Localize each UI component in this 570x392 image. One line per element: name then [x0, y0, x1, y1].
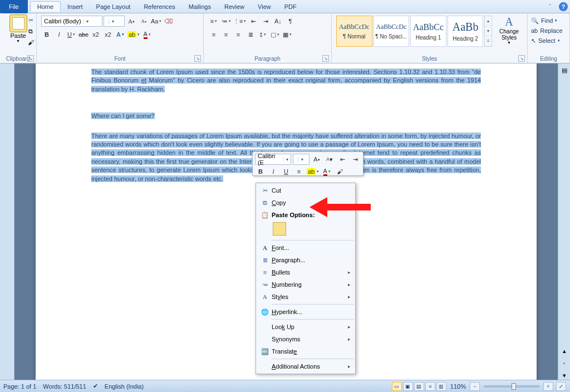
- styles-gallery-nav[interactable]: ▴▾≡: [484, 16, 492, 47]
- zoom-dialog-icon[interactable]: ⤢: [556, 382, 566, 391]
- multilevel-list-icon[interactable]: ⋮≡: [233, 16, 247, 27]
- mini-italic-button[interactable]: I: [268, 166, 279, 177]
- tab-mailings[interactable]: Mailings: [182, 2, 218, 12]
- font-family-combo[interactable]: Calibri (Body)▾: [41, 16, 102, 27]
- view-print-layout-icon[interactable]: ▭: [392, 382, 402, 391]
- shading-icon[interactable]: ▢: [269, 29, 281, 40]
- status-proof-icon[interactable]: ✔: [93, 383, 98, 390]
- mini-align-center-icon[interactable]: ≡: [293, 166, 304, 177]
- ctx-synonyms[interactable]: Synonyms: [256, 333, 355, 345]
- ruler-toggle-icon[interactable]: ▤: [560, 66, 569, 75]
- file-tab[interactable]: File: [0, 0, 28, 13]
- scroll-down-icon[interactable]: ▾: [560, 371, 569, 380]
- scroll-up-icon[interactable]: ▴: [560, 346, 569, 355]
- increase-indent-icon[interactable]: ⇥: [260, 16, 271, 27]
- view-draft-icon[interactable]: ▥: [436, 382, 446, 391]
- bold-button[interactable]: B: [41, 29, 52, 40]
- ctx-paragraph[interactable]: ≣Paragraph...: [256, 254, 355, 266]
- tab-insert[interactable]: Insert: [61, 2, 90, 12]
- zoom-out-button[interactable]: −: [470, 382, 480, 391]
- mini-grow-font-icon[interactable]: A▴: [311, 154, 322, 165]
- status-language[interactable]: English (India): [105, 383, 144, 390]
- browse-object-icon[interactable]: ◦: [560, 359, 569, 367]
- view-outline-icon[interactable]: ≡: [425, 382, 435, 391]
- select-button[interactable]: ↖Select▾: [531, 36, 566, 46]
- font-launcher[interactable]: ↘: [194, 55, 201, 62]
- paste-button[interactable]: Paste ▼: [9, 14, 27, 43]
- mini-shrink-font-icon[interactable]: A▾: [324, 154, 335, 165]
- format-painter-icon[interactable]: 🖌: [26, 38, 35, 47]
- paste-keep-source-icon[interactable]: [273, 222, 286, 236]
- style-no-spacing[interactable]: AaBbCcDc¶ No Spaci...: [374, 16, 410, 47]
- ctx-cut[interactable]: ✂Cut: [256, 184, 355, 197]
- align-center-icon[interactable]: ≡: [220, 29, 232, 40]
- shrink-font-icon[interactable]: A▾: [138, 16, 149, 27]
- tab-references[interactable]: References: [137, 2, 181, 12]
- ctx-numbering[interactable]: ≔Numbering: [256, 278, 355, 291]
- ctx-font[interactable]: AFont...: [256, 242, 355, 254]
- align-left-icon[interactable]: ≡: [208, 29, 219, 40]
- mini-underline-button[interactable]: U: [281, 166, 292, 177]
- ctx-translate[interactable]: 🔤Translate: [256, 345, 355, 357]
- paragraph-launcher[interactable]: ↘: [322, 55, 329, 62]
- change-styles-button[interactable]: A Change Styles ▼: [495, 16, 523, 45]
- sort-icon[interactable]: A↓: [272, 16, 283, 27]
- selected-text[interactable]: The standard chunk of Lorem Ipsum used s…: [91, 68, 481, 92]
- decrease-indent-icon[interactable]: ⇤: [248, 16, 259, 27]
- mini-font-color-icon[interactable]: A: [321, 166, 332, 177]
- tab-page-layout[interactable]: Page Layout: [90, 2, 137, 12]
- grow-font-icon[interactable]: A▴: [126, 16, 137, 27]
- tab-view[interactable]: View: [251, 2, 278, 12]
- clipboard-launcher[interactable]: ↘: [27, 55, 34, 62]
- zoom-slider[interactable]: [484, 385, 539, 388]
- help-icon[interactable]: ?: [559, 2, 568, 11]
- tab-review[interactable]: Review: [218, 2, 251, 12]
- mini-size-combo[interactable]: ▾: [293, 154, 309, 165]
- show-hide-icon[interactable]: ¶: [284, 16, 296, 27]
- ctx-bullets[interactable]: ≡Bullets: [256, 266, 355, 278]
- styles-launcher[interactable]: ↘: [518, 55, 525, 62]
- style-normal[interactable]: AaBbCcDc¶ Normal: [336, 16, 372, 47]
- cut-icon[interactable]: ✂: [26, 16, 35, 24]
- numbering-icon[interactable]: ≔: [220, 16, 232, 27]
- zoom-in-button[interactable]: +: [543, 382, 553, 391]
- text-effects-icon[interactable]: A: [115, 29, 126, 40]
- zoom-level[interactable]: 110%: [450, 383, 466, 390]
- ctx-hyperlink[interactable]: 🌐Hyperlink...: [256, 306, 355, 318]
- bullets-icon[interactable]: ≡: [208, 16, 219, 27]
- minimize-ribbon-icon[interactable]: ˇ: [546, 2, 554, 11]
- style-heading1[interactable]: AaBbCcHeading 1: [410, 16, 446, 47]
- highlight-color-icon[interactable]: ab: [127, 29, 140, 40]
- status-words[interactable]: Words: 511/511: [43, 383, 86, 390]
- ctx-copy[interactable]: ⧉Copy: [256, 197, 355, 209]
- ctx-styles[interactable]: AStyles: [256, 291, 355, 303]
- replace-button[interactable]: abReplace: [531, 26, 566, 36]
- line-spacing-icon[interactable]: ‡: [257, 29, 268, 40]
- status-page[interactable]: Page: 1 of 1: [3, 383, 36, 390]
- align-right-icon[interactable]: ≡: [233, 29, 244, 40]
- tab-pdf[interactable]: PDF: [278, 2, 303, 12]
- mini-font-combo[interactable]: Calibri (E▾: [255, 154, 291, 165]
- change-case-icon[interactable]: Aa: [150, 16, 162, 27]
- ctx-look-up[interactable]: Look Up: [256, 321, 355, 333]
- copy-icon[interactable]: ⧉: [26, 27, 35, 36]
- borders-icon[interactable]: ▦: [282, 29, 293, 40]
- mini-increase-indent-icon[interactable]: ⇥: [350, 154, 361, 165]
- clear-formatting-icon[interactable]: ⌫: [163, 16, 174, 27]
- font-size-combo[interactable]: ▾: [104, 16, 125, 27]
- ctx-additional-actions[interactable]: Additional Actions: [256, 360, 355, 373]
- superscript-button[interactable]: x2: [102, 29, 114, 40]
- underline-button[interactable]: U: [66, 29, 77, 40]
- subscript-button[interactable]: x2: [90, 29, 101, 40]
- tab-home[interactable]: Home: [30, 1, 61, 12]
- font-color-icon[interactable]: A: [141, 29, 153, 40]
- strikethrough-button[interactable]: abc: [78, 29, 89, 40]
- view-web-layout-icon[interactable]: ▤: [414, 382, 424, 391]
- mini-bold-button[interactable]: B: [255, 166, 266, 177]
- heading[interactable]: Where can I get some?: [91, 104, 481, 124]
- justify-icon[interactable]: ≣: [245, 29, 256, 40]
- italic-button[interactable]: I: [53, 29, 65, 40]
- style-heading2[interactable]: AaBbHeading 2: [448, 16, 484, 47]
- mini-decrease-indent-icon[interactable]: ⇤: [337, 154, 348, 165]
- mini-format-painter-icon[interactable]: 🖌: [334, 166, 345, 177]
